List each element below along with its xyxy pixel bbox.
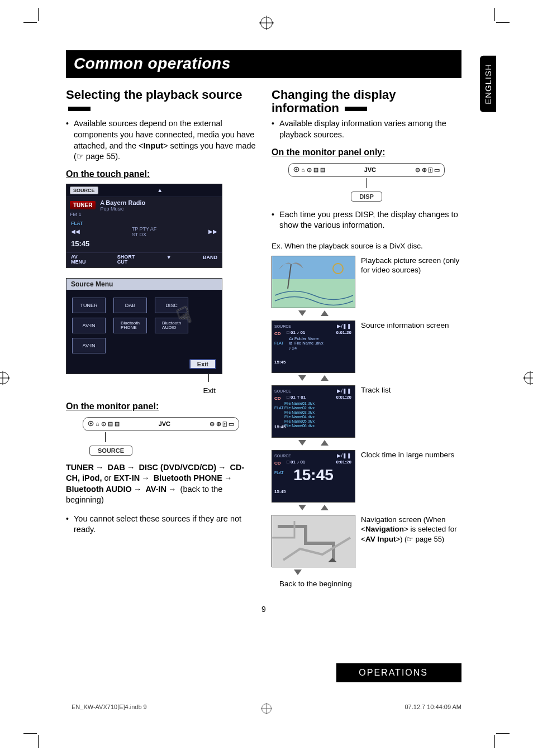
arrow-icon: → <box>141 473 150 484</box>
callout-line <box>208 374 209 382</box>
up-arrow-icon <box>321 375 329 381</box>
thumb-time: 15:45 <box>274 489 285 494</box>
arrow-icon: → <box>134 484 142 495</box>
av-menu-button[interactable]: AV MENU <box>71 255 86 265</box>
thumb-flat: FLAT <box>274 341 284 345</box>
flow-item: DAB <box>107 463 125 472</box>
shortcut-button[interactable]: SHORT CUT <box>117 255 135 265</box>
section-title-text: Changing the display information <box>272 88 396 115</box>
source-menu-header: Source Menu <box>66 279 222 290</box>
thumb-elapsed: 0:01:20 <box>336 460 351 465</box>
thumb-cd-label: CD <box>274 396 281 401</box>
play-pause-icon: ▶/❚❚ <box>337 323 351 329</box>
down-arrow-icon <box>294 570 302 575</box>
flow-item: DISC (DVD/VCD/CD) <box>139 463 216 472</box>
thumb-cd-label: CD <box>274 331 281 336</box>
thumb-track-nums: □ 01 ♪ 01 <box>287 460 305 465</box>
disp-physical-button[interactable]: DISP <box>351 192 382 202</box>
crop-mark <box>494 8 495 21</box>
svg-point-1 <box>333 264 343 274</box>
thumb-label: Navigation screen (When <Navigation> is … <box>361 515 461 544</box>
thumb-folder-info: 🗀 Folder Name 🗎 File Name .divx ♪ 24 <box>289 337 323 351</box>
callout-line <box>105 432 106 442</box>
source-menu-item[interactable]: AV-IN <box>72 318 106 333</box>
callout-line <box>367 178 367 188</box>
list-item: File Name03.divx <box>284 410 315 415</box>
footer-file: EN_KW-AVX710[E]4.indb 9 <box>72 704 147 710</box>
up-arrow-icon <box>321 505 329 510</box>
registration-mark-left <box>0 372 9 384</box>
station-sub: Pop Music <box>100 206 145 212</box>
monitor-panel-diagram: ⦿ ⌂ ⊙ ⊟ ⊟ JVC ⊖ ⊕ ⍐ ▭ <box>83 417 239 431</box>
band-button[interactable]: BAND <box>203 255 217 265</box>
up-icon[interactable]: ▲ <box>102 187 218 193</box>
down-arrow-icon <box>298 440 306 446</box>
section-rule-icon <box>68 107 91 111</box>
thumb-track-list: SOURCE CD □ 01 T 01 ▶/❚❚ 0:01:20 File Na… <box>272 385 355 438</box>
thumb-flat: FLAT <box>274 406 284 410</box>
monitor-panel-diagram: ⦿ ⌂ ⊙ ⊟ ⊟ JVC ⊖ ⊕ ⍐ ▭ <box>288 163 445 177</box>
example-caption: Ex. When the playback source is a DivX d… <box>272 241 461 251</box>
source-menu-item[interactable]: AV-IN <box>72 338 106 353</box>
crop-mark <box>38 8 39 21</box>
registration-mark-bottom <box>261 704 272 714</box>
footer-timestamp: 07.12.7 10:44:09 AM <box>404 704 461 710</box>
list-item: File Name02.divx <box>284 406 315 410</box>
flow-text: or <box>102 473 113 482</box>
brand-label: JVC <box>159 420 170 427</box>
list-item: File Name04.divx <box>284 415 315 419</box>
source-menu-item[interactable]: DAB <box>113 298 147 313</box>
registration-mark-right <box>524 372 533 384</box>
flat-label: FLAT <box>71 221 217 226</box>
prev-icon[interactable]: ◀◀ <box>71 228 80 235</box>
page-number: 9 <box>66 605 461 614</box>
map-illustration-icon <box>272 515 356 568</box>
bullet-press-disp: Each time you press DISP, the display ch… <box>272 209 461 231</box>
source-physical-button[interactable]: SOURCE <box>89 446 132 456</box>
clock-time: 15:45 <box>71 240 217 248</box>
list-item: File Name01.divx <box>284 401 315 406</box>
thumb-flat: FLAT <box>274 471 284 475</box>
arrow-icon: → <box>96 462 104 473</box>
subhead-touch-panel: On the touch panel: <box>66 169 256 179</box>
flow-item: EXT-IN <box>113 473 140 482</box>
up-arrow-icon <box>321 310 329 316</box>
panel-icon: ⦿ ⌂ ⊙ ⊟ ⊟ <box>88 420 120 428</box>
exit-button[interactable]: Exit <box>189 359 216 369</box>
flow-item: Bluetooth PHONE <box>154 473 222 482</box>
arrow-icon: → <box>127 462 135 473</box>
thumb-cd-label: CD <box>274 461 281 466</box>
bullet-sources-depend: Available sources depend on the external… <box>66 118 256 162</box>
source-menu-item[interactable]: Bluetooth PHONE <box>113 318 147 333</box>
next-icon[interactable]: ▶▶ <box>208 228 217 235</box>
section-title-selecting: Selecting the playback source <box>66 88 256 115</box>
down-arrow-icon <box>298 310 306 316</box>
source-menu-item[interactable]: TUNER <box>72 298 106 313</box>
bullet-display-varies: Available display information varies amo… <box>272 118 461 140</box>
section-rule-icon <box>345 107 367 111</box>
thumb-label: Playback picture screen (only for video … <box>361 256 461 275</box>
crop-mark <box>496 733 510 734</box>
list-item: File Name06.divx <box>284 424 315 428</box>
panel-icon: ⦿ ⌂ ⊙ ⊟ ⊟ <box>293 166 325 174</box>
thumb-source-info: SOURCE CD □ 01 ♪ 01 ▶/❚❚ 0:01:20 🗀 Folde… <box>272 320 355 373</box>
flow-item: Bluetooth AUDIO <box>66 485 132 494</box>
source-button[interactable]: SOURCE <box>70 186 98 194</box>
crop-mark <box>23 22 37 23</box>
beach-illustration-icon <box>272 256 356 309</box>
flow-item: AV-IN <box>145 485 166 494</box>
svg-line-0 <box>288 264 291 289</box>
play-pause-icon: ▶/❚❚ <box>337 453 351 458</box>
thumb-time: 15:45 <box>274 424 285 429</box>
down-icon[interactable]: ▼ <box>166 255 172 265</box>
source-cycle-flow: TUNER→ DAB→ DISC (DVD/VCD/CD)→ CD-CH, iP… <box>66 462 256 506</box>
panel-icon: ⊖ ⊕ ⍐ ▭ <box>210 420 234 428</box>
stdx: ST DX <box>132 232 157 237</box>
thumb-source-label: SOURCE <box>274 389 291 393</box>
thumb-track-nums: □ 01 ♪ 01 <box>287 330 305 335</box>
bullet-not-ready: You cannot select these sources if they … <box>66 514 256 535</box>
brand-label: JVC <box>364 166 376 173</box>
flow-item: TUNER <box>66 463 94 472</box>
panel-icon: ⊖ ⊕ ⍐ ▭ <box>415 166 440 174</box>
play-pause-icon: ▶/❚❚ <box>337 388 351 394</box>
